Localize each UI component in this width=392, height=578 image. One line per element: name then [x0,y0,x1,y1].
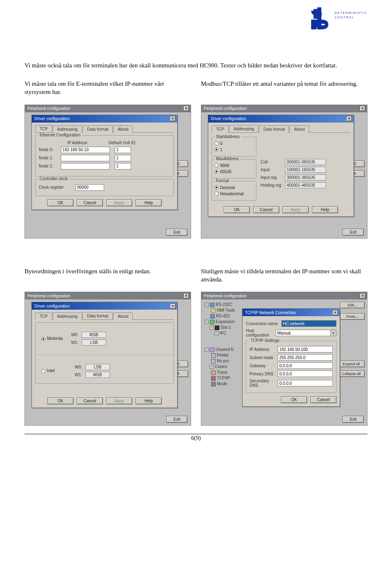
node1-ip-input[interactable] [61,155,110,161]
tab-tcp[interactable]: TCP [35,312,52,320]
tree-hmitools[interactable]: HMI Tools [217,308,235,313]
printer-icon [211,353,216,358]
radio-decimal[interactable] [214,185,218,190]
tree-rs232c[interactable]: RS-232C [216,302,232,308]
close-icon[interactable]: × [183,106,189,111]
tree-unused[interactable]: Unused fc [216,347,234,353]
conn-name-input[interactable] [281,320,336,327]
radio-max-65535[interactable] [214,170,218,174]
ok-button[interactable]: OK [224,206,250,213]
apply-button[interactable]: Apply [106,199,132,206]
start-0-label: 0 [220,141,223,146]
ports-button[interactable]: Ports... [340,313,365,320]
tree-slot1[interactable]: Slot 1 [220,325,231,330]
tab-dataformat[interactable]: Data format [82,312,113,319]
close-icon[interactable]: × [170,304,176,309]
expand-icon[interactable]: − [209,365,214,369]
radio-max-9999[interactable] [214,163,218,167]
radio-motorola[interactable] [41,337,45,341]
tree-printer[interactable]: Printer [217,353,229,358]
pdns-input[interactable] [278,370,333,377]
node2-unit-input[interactable] [115,163,131,170]
close-icon[interactable]: × [183,293,189,299]
node0-ip-input[interactable] [61,147,110,153]
conn-name-label: Connection name [246,321,281,326]
screenshot-tcp: Peripheral configuration × d all e all E… [24,105,191,239]
tree-expansion[interactable]: Expansion [216,319,235,325]
cancel-button[interactable]: Cancel [77,397,103,404]
help-button[interactable]: Help [136,199,162,206]
logo-icon [308,7,332,29]
ok-button[interactable]: OK [47,199,74,206]
host-conf-select[interactable] [276,330,331,336]
tab-dataformat[interactable]: Data format [82,125,113,133]
exit-button[interactable]: Exit [166,229,187,236]
ip-address-label: IP Address: [67,141,88,145]
expand-icon[interactable]: − [205,320,209,324]
tab-about[interactable]: About [290,125,309,133]
node1-unit-input[interactable] [115,155,131,161]
page-number: 6(9) [24,434,368,442]
cancel-button[interactable]: Cancel [253,206,279,213]
max-9999-label: 9999 [220,163,229,168]
tree-mode[interactable]: Mode [217,381,227,387]
node0-unit-input[interactable] [115,147,131,153]
cancel-button[interactable]: Cancel [77,199,103,206]
tab-about[interactable]: About [113,312,133,320]
close-icon[interactable]: × [360,293,365,299]
collapse-all-button[interactable]: Collapse all [338,370,365,377]
tab-about[interactable]: About [113,125,133,133]
subnet-input[interactable] [278,354,333,361]
maxaddress-group: MaxAddress [214,156,241,161]
expand-icon[interactable]: − [205,303,209,307]
col-right-text-2: Slutligen måste vi tilldela terminalen d… [201,267,368,284]
tab-tcp[interactable]: TCP [35,125,52,132]
tab-dataformat[interactable]: Data format [259,125,289,133]
sdns-input[interactable] [278,380,333,386]
ok-button[interactable]: OK [281,396,307,403]
tab-addressing[interactable]: Addressing [53,312,82,320]
radio-start-1[interactable] [214,147,218,152]
exit-button[interactable]: Exit [343,416,364,423]
netconn-title: TCP/IP Network Connection [245,310,296,315]
apply-button[interactable]: Apply [106,397,132,404]
exit-button[interactable]: Exit [343,229,364,236]
tree-tcpip[interactable]: TCP/IP [217,375,230,381]
inputreg-value: 300001-365535 [285,174,326,181]
expand-icon[interactable]: − [205,348,209,352]
tree-ifc[interactable]: IFC [220,330,226,336]
tree-trans[interactable]: Trans [217,370,227,375]
ok-button[interactable]: OK [47,397,74,404]
tree-nopro[interactable]: No pro [217,358,229,364]
decimal-label: Decimal [220,185,235,190]
tab-addressing[interactable]: Addressing [53,125,82,133]
edit-button[interactable]: Edit... [340,302,365,308]
gateway-label: Gateway [249,364,278,368]
expand-icon[interactable]: − [214,331,218,335]
tab-tcp[interactable]: TCP [212,125,229,133]
tree-contro[interactable]: Contro [215,364,227,370]
cancel-button[interactable]: Cancel [310,396,336,403]
tab-addressing[interactable]: Addressing [229,125,258,132]
expand-all-button[interactable]: Expand all [338,361,365,367]
close-icon[interactable]: × [360,106,365,111]
radio-hex[interactable] [214,192,218,196]
col-left-text-1: Vi måste tala om för E-terminalen vilket… [24,80,191,96]
gateway-input[interactable] [278,362,333,369]
clock-register-input[interactable] [76,184,104,191]
tree-rs422[interactable]: RS-422 [216,313,230,319]
close-icon[interactable]: × [332,310,338,315]
ip-input[interactable] [278,346,333,353]
radio-start-0[interactable] [214,141,218,145]
node2-ip-input[interactable] [61,163,110,170]
close-icon[interactable]: × [170,116,176,121]
intel-label: Intel [47,368,55,373]
apply-button[interactable]: Apply [283,206,309,213]
help-button[interactable]: Help [312,206,338,213]
close-icon[interactable]: × [346,116,352,121]
chevron-down-icon[interactable]: ▼ [331,330,336,336]
help-button[interactable]: Help [136,397,162,404]
expand-icon[interactable]: − [209,326,214,330]
exit-button[interactable]: Exit [166,416,187,423]
radio-intel[interactable] [41,369,45,373]
